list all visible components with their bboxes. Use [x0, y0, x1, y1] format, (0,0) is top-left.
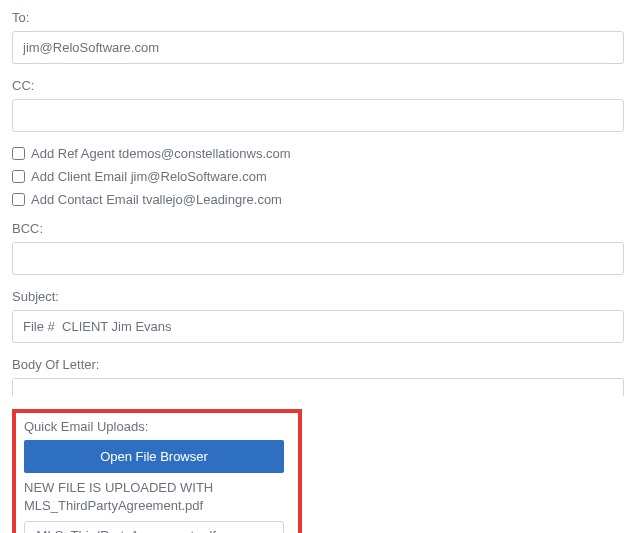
cc-checkbox-ref-agent[interactable]	[12, 147, 25, 160]
cc-option-contact-email: Add Contact Email tvallejo@Leadingre.com	[12, 192, 624, 207]
upload-status-line1: NEW FILE IS UPLOADED WITH	[24, 480, 213, 495]
cc-options-group: Add Ref Agent tdemos@constellationws.com…	[12, 146, 624, 207]
bcc-label: BCC:	[12, 221, 624, 236]
uploaded-file-input[interactable]	[24, 521, 284, 533]
upload-status-text: NEW FILE IS UPLOADED WITH MLS_ThirdParty…	[24, 479, 290, 515]
cc-option-label: Add Ref Agent tdemos@constellationws.com	[31, 146, 291, 161]
cc-input[interactable]	[12, 99, 624, 132]
quick-email-uploads: Quick Email Uploads: Open File Browser N…	[12, 409, 302, 533]
upload-status-line2: MLS_ThirdPartyAgreement.pdf	[24, 498, 203, 513]
body-textarea[interactable]	[12, 378, 624, 396]
uploads-label: Quick Email Uploads:	[24, 419, 290, 434]
subject-field-group: Subject:	[12, 289, 624, 343]
open-file-browser-button[interactable]: Open File Browser	[24, 440, 284, 473]
to-label: To:	[12, 10, 624, 25]
cc-checkbox-client-email[interactable]	[12, 170, 25, 183]
cc-field-group: CC:	[12, 78, 624, 132]
cc-option-label: Add Client Email jim@ReloSoftware.com	[31, 169, 267, 184]
subject-input[interactable]	[12, 310, 624, 343]
cc-checkbox-contact-email[interactable]	[12, 193, 25, 206]
cc-option-ref-agent: Add Ref Agent tdemos@constellationws.com	[12, 146, 624, 161]
cc-option-label: Add Contact Email tvallejo@Leadingre.com	[31, 192, 282, 207]
body-field-group: Body Of Letter:	[12, 357, 624, 399]
to-input[interactable]	[12, 31, 624, 64]
bcc-field-group: BCC:	[12, 221, 624, 275]
subject-label: Subject:	[12, 289, 624, 304]
cc-option-client-email: Add Client Email jim@ReloSoftware.com	[12, 169, 624, 184]
to-field-group: To:	[12, 10, 624, 64]
bcc-input[interactable]	[12, 242, 624, 275]
body-label: Body Of Letter:	[12, 357, 624, 372]
cc-label: CC:	[12, 78, 624, 93]
